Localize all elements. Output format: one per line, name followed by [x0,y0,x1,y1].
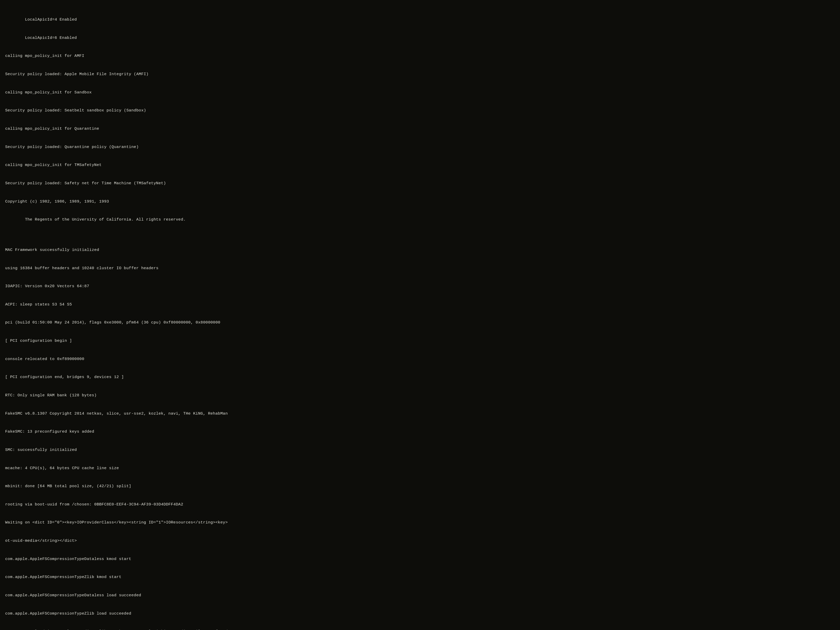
terminal-line-top2: LocalApicId=6 Enabled [5,35,835,41]
terminal-line-13: IOAPIC: Version 0x20 Vectors 64:87 [5,283,835,289]
terminal-line-31: com.apple.AppleFSCompressionTypeZlib loa… [5,611,835,617]
terminal-line-2: calling mpo_policy_init for Sandbox [5,90,835,96]
terminal-line-28: com.apple.AppleFSCompressionTypeDataless… [5,556,835,562]
terminal-line-17: console relocated to 0xf89000000 [5,356,835,362]
terminal-line-11: MAC Framework successfully initialized [5,247,835,253]
terminal-line-30: com.apple.AppleFSCompressionTypeDataless… [5,592,835,598]
terminal-output: LocalApicId=4 Enabled LocalApicId=6 Enab… [5,5,835,630]
terminal-line-18: [ PCI configuration end, bridges 9, devi… [5,374,835,381]
terminal-line-15: pci (build 01:50:00 May 24 2014), flags … [5,320,835,326]
terminal-line-9: The Regents of the University of Califor… [5,217,835,223]
terminal-line-6: calling mpo_policy_init for TMSafetyNet [5,162,835,168]
terminal-line-23: mcache: 4 CPU(s), 64 bytes CPU cache lin… [5,465,835,472]
terminal-line-top1: LocalApicId=4 Enabled [5,17,835,23]
terminal-line-22: SMC: successfully initialized [5,447,835,453]
terminal-line-14: ACPI: sleep states S3 S4 S5 [5,302,835,308]
terminal-line-19: RTC: Only single RAM bank (128 bytes) [5,392,835,399]
terminal-line-0: calling mpo_policy_init for AMFI [5,53,835,59]
terminal-line-27: ot-uuid-media</string></dict> [5,538,835,544]
terminal-line-24: mbinit: done [64 MB total pool size, (42… [5,483,835,489]
terminal-line-32: Kext com.apple.driver.AppleUSBAudio - li… [5,629,835,630]
terminal-line-8: Copyright (c) 1982, 1986, 1989, 1991, 19… [5,199,835,205]
terminal-line-5: Security policy loaded: Quarantine polic… [5,144,835,150]
terminal-line-16: [ PCI configuration begin ] [5,338,835,344]
terminal-line-12: using 16384 buffer headers and 10240 clu… [5,265,835,272]
terminal-line-1: Security policy loaded: Apple Mobile Fil… [5,71,835,77]
terminal-line-7: Security policy loaded: Safety net for T… [5,180,835,186]
terminal-screen: LocalApicId=4 Enabled LocalApicId=6 Enab… [0,0,840,630]
terminal-line-25: rooting via boot-uuid from /chosen: 0BBF… [5,502,835,508]
terminal-line-20: FakeSMC v6.8.1307 Copyright 2014 netkas,… [5,411,835,417]
terminal-line-26: Waiting on <dict ID="0"><key>IOProviderC… [5,519,835,526]
terminal-line-29: com.apple.AppleFSCompressionTypeZlib kmo… [5,574,835,580]
terminal-line-4: calling mpo_policy_init for Quarantine [5,126,835,132]
terminal-line-21: FakeSMC: 13 preconfigured keys added [5,429,835,435]
terminal-line-3: Security policy loaded: Seatbelt sandbox… [5,107,835,114]
